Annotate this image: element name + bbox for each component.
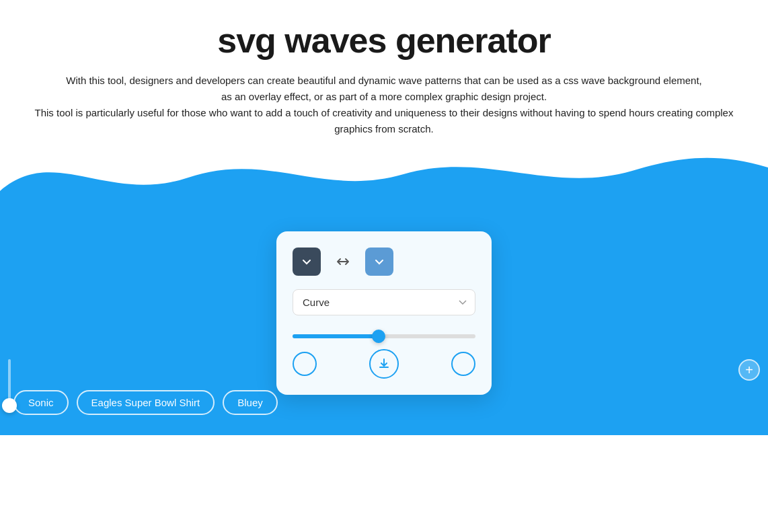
page-title: svg waves generator xyxy=(27,20,741,61)
slider-thumb[interactable] xyxy=(372,330,385,343)
panel-bottom-controls xyxy=(293,349,475,379)
slider-fill xyxy=(293,334,379,338)
left-circle-button[interactable] xyxy=(293,352,317,376)
slider-track[interactable] xyxy=(293,334,475,338)
tags-section: Sonic Eagles Super Bowl Shirt Bluey xyxy=(0,390,768,415)
page-container: svg waves generator With this tool, desi… xyxy=(0,0,768,532)
download-button[interactable] xyxy=(369,349,399,379)
right-circle-button[interactable] xyxy=(451,352,475,376)
wave-section: + xyxy=(0,137,768,435)
slider-container xyxy=(293,334,475,338)
control-panel: Curve Line Peak Step xyxy=(276,231,492,395)
tag-bluey[interactable]: Bluey xyxy=(223,390,278,415)
wave-type-button[interactable] xyxy=(293,248,321,276)
header-section: svg waves generator With this tool, desi… xyxy=(0,0,768,137)
curve-select[interactable]: Curve Line Peak Step xyxy=(293,289,475,315)
panel-toolbar xyxy=(293,248,475,276)
tag-sonic[interactable]: Sonic xyxy=(13,390,69,415)
direction-button[interactable] xyxy=(365,248,393,276)
tag-eagles[interactable]: Eagles Super Bowl Shirt xyxy=(77,390,215,415)
plus-button[interactable]: + xyxy=(738,359,760,381)
wave-svg xyxy=(0,137,768,218)
description: With this tool, designers and developers… xyxy=(28,73,740,137)
flip-button[interactable] xyxy=(329,248,357,276)
blue-content: + xyxy=(0,218,768,435)
